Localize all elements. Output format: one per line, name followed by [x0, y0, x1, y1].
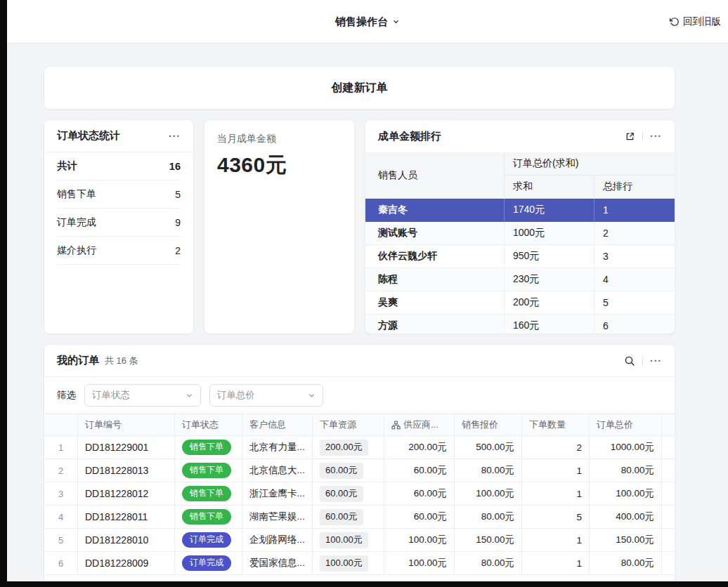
customer-info: 爱国家信息...	[242, 552, 313, 575]
salesperson-name: 伙伴云魏少轩	[365, 245, 504, 268]
status-row-total[interactable]: 共计 16	[57, 152, 181, 180]
sales-quote: 80.00元	[455, 552, 522, 575]
order-qty: 1	[522, 529, 590, 552]
orders-table: 订单编号 订单状态 客户信息 下单资源 供应商... 销售报价 下单数量 订单总…	[44, 414, 675, 575]
relation-icon	[391, 421, 401, 430]
order-number: DD181228012	[78, 482, 175, 506]
rank-value: 3	[594, 245, 675, 268]
filter-row: 筛选 订单状态 订单总价	[44, 377, 675, 414]
status-label: 销售下单	[57, 188, 96, 201]
col-supplier: 供应商...	[384, 414, 455, 436]
more-menu-button[interactable]: ···	[169, 131, 181, 141]
ranking-row: 吴爽 200元 5	[365, 291, 675, 315]
status-row[interactable]: 订单完成 9	[57, 209, 181, 237]
salesperson-name: 方源	[365, 315, 504, 334]
order-row[interactable]: 5 DD181228010 订单完成 企划路网络... 100.00元 100.…	[44, 529, 675, 552]
order-number: DD181228011	[78, 506, 175, 529]
row-index: 1	[44, 436, 78, 459]
chevron-down-icon	[186, 392, 193, 400]
customer-info: 浙江金鹰卡...	[242, 482, 313, 506]
more-menu-button[interactable]: ···	[650, 356, 662, 366]
rank-value: 2	[594, 222, 675, 244]
order-row[interactable]: 2 DD181228013 销售下单 北京信息大... 60.00元 60.00…	[44, 459, 675, 482]
col-supplier-label: 供应商...	[403, 418, 438, 431]
ranking-row: 伙伴云魏少轩 950元 3	[365, 245, 675, 268]
order-row[interactable]: 3 DD181228012 销售下单 浙江金鹰卡... 60.00元 60.00…	[44, 482, 675, 506]
my-orders-card: 我的订单 共 16 条 ··· 筛选 订单状态	[44, 344, 675, 581]
supplier-price: 100.00元	[384, 529, 455, 552]
order-number: DD181228013	[78, 459, 175, 482]
order-row[interactable]: 1 DD181229001 销售下单 北京有力量... 200.00元 200.…	[44, 436, 675, 459]
order-qty: 2	[522, 436, 590, 459]
order-total-filter-select[interactable]: 订单总价	[209, 384, 323, 407]
order-qty: 1	[522, 482, 590, 506]
cell-filler	[662, 506, 675, 529]
cell-filler	[662, 459, 675, 482]
order-row[interactable]: 4 DD181228011 销售下单 湖南芒果娱... 60.00元 60.00…	[44, 506, 675, 529]
orders-table-header: 订单编号 订单状态 客户信息 下单资源 供应商... 销售报价 下单数量 订单总…	[44, 414, 675, 436]
status-badge: 销售下单	[182, 440, 231, 455]
sales-quote: 80.00元	[455, 459, 522, 482]
status-value: 5	[175, 189, 181, 200]
create-order-label: 创建新订单	[332, 81, 388, 95]
orders-card-title: 我的订单	[57, 354, 99, 367]
order-row[interactable]: 6 DD181228009 订单完成 爱国家信息... 100.00元 100.…	[44, 552, 675, 575]
resource-tag: 200.00元	[320, 440, 368, 456]
sales-quote: 100.00元	[455, 482, 522, 506]
order-status-placeholder: 订单状态	[92, 389, 130, 402]
monthly-amount-value: 4360元	[217, 151, 342, 180]
supplier-price: 100.00元	[384, 552, 455, 575]
status-label: 共计	[57, 159, 77, 173]
resource-tag: 100.00元	[320, 555, 368, 572]
supplier-price: 60.00元	[384, 482, 455, 506]
order-status-filter-select[interactable]: 订单状态	[84, 384, 201, 407]
rotate-ccw-icon	[670, 17, 680, 27]
back-to-old-version-button[interactable]: 回到旧版	[670, 15, 721, 28]
status-card-title: 订单状态统计	[57, 129, 120, 143]
workspace-switcher[interactable]: 销售操作台	[335, 15, 400, 28]
status-label: 订单完成	[57, 216, 96, 229]
col-order-total-group: 订单总价(求和)	[504, 152, 675, 176]
sales-quote: 80.00元	[455, 506, 522, 529]
col-sum: 求和	[504, 176, 594, 199]
col-filler	[662, 414, 675, 436]
col-resource: 下单资源	[313, 414, 384, 436]
status-row[interactable]: 媒介执行 2	[57, 237, 181, 265]
status-badge: 订单完成	[182, 532, 231, 548]
chevron-down-icon	[392, 18, 400, 25]
status-list: 共计 16 销售下单 5 订单完成 9 媒介执行 2	[44, 152, 193, 265]
status-row[interactable]: 销售下单 5	[57, 180, 181, 209]
col-qty: 下单数量	[522, 414, 590, 436]
salesperson-name: 秦吉冬	[365, 199, 504, 221]
col-row-index	[44, 414, 78, 436]
search-icon[interactable]	[624, 355, 635, 367]
status-badge: 销售下单	[182, 463, 231, 478]
sum-value: 1000元	[504, 222, 594, 244]
col-quote: 销售报价	[455, 414, 522, 436]
order-total: 1000.00元	[590, 436, 662, 459]
status-value: 16	[169, 161, 181, 172]
cell-filler	[662, 482, 675, 506]
supplier-price: 60.00元	[384, 506, 455, 529]
customer-info: 湖南芒果娱...	[242, 506, 313, 529]
order-qty: 1	[522, 459, 590, 482]
more-menu-button[interactable]: ···	[650, 131, 662, 141]
sum-value: 950元	[504, 245, 594, 268]
salesperson-name: 陈程	[365, 268, 504, 291]
order-number: DD181228009	[78, 552, 175, 575]
customer-info: 企划路网络...	[242, 529, 313, 552]
status-value: 9	[175, 217, 181, 228]
col-order-no: 订单编号	[78, 414, 175, 436]
col-rank: 总排行	[594, 176, 675, 199]
export-icon[interactable]	[625, 131, 635, 142]
row-index: 4	[44, 506, 78, 529]
status-badge: 销售下单	[182, 486, 231, 501]
ranking-row: 陈程 230元 4	[365, 268, 675, 291]
order-total: 150.00元	[590, 529, 662, 552]
back-to-old-version-label: 回到旧版	[683, 15, 721, 28]
create-order-button[interactable]: 创建新订单	[44, 66, 675, 110]
chevron-down-icon	[308, 392, 316, 400]
order-total: 100.00元	[590, 482, 662, 506]
app-window: 销售操作台 回到旧版 创建新订单 订单状态统计 ···	[7, 0, 728, 581]
resource-tag: 60.00元	[320, 509, 363, 525]
